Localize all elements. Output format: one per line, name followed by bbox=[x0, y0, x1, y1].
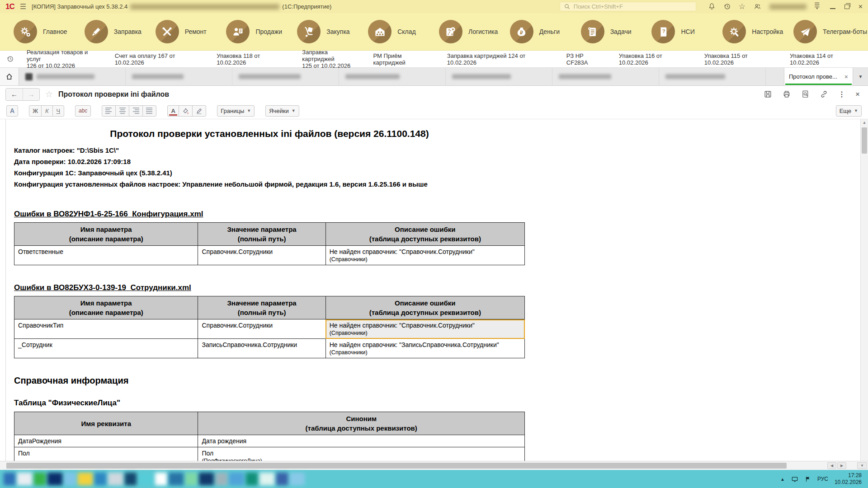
blurred-tab[interactable] bbox=[126, 68, 232, 85]
table-cell[interactable]: Ответственные bbox=[14, 246, 198, 265]
vertical-scroll-thumb[interactable] bbox=[862, 127, 867, 154]
recent-document-link[interactable]: Счет на оплату 167 от 10.02.2026 bbox=[115, 52, 203, 66]
print-preview-icon[interactable] bbox=[801, 90, 810, 99]
favorites-star-icon[interactable]: ☆ bbox=[739, 3, 745, 10]
main-menu-icon[interactable]: ☰ bbox=[20, 2, 26, 11]
recent-document-link[interactable]: РМ Приём картриджей bbox=[373, 52, 434, 66]
ribbon-section-закупка[interactable]: Закупка bbox=[297, 20, 368, 43]
align-left-button[interactable] bbox=[102, 105, 116, 117]
forward-button[interactable]: → bbox=[23, 89, 39, 100]
ribbon-section-ремонт[interactable]: Ремонт bbox=[156, 20, 226, 43]
column-header[interactable]: Имя параметра(описание параметра) bbox=[14, 223, 198, 246]
table-cell[interactable]: ЗаписьСправочника.Сотрудники bbox=[198, 339, 326, 358]
recent-history-icon[interactable] bbox=[6, 55, 14, 63]
ribbon-section-продажи[interactable]: Продажи bbox=[226, 20, 297, 43]
tab-close-icon[interactable]: × bbox=[844, 73, 848, 80]
table-cell[interactable]: Пол bbox=[14, 447, 198, 461]
save-icon[interactable] bbox=[764, 90, 772, 99]
table-cell[interactable]: Не найден справочник: "ЗаписьСправочника… bbox=[326, 339, 524, 358]
column-header[interactable]: Синоним(таблица доступных реквизитов) bbox=[198, 412, 525, 435]
blurred-tab[interactable] bbox=[552, 68, 659, 85]
underline-button[interactable]: Ч bbox=[52, 105, 64, 117]
border-color-pencil-icon[interactable] bbox=[192, 105, 206, 117]
ribbon-section-заправка[interactable]: Заправка bbox=[85, 20, 156, 43]
align-right-button[interactable] bbox=[129, 105, 143, 117]
align-center-button[interactable] bbox=[115, 105, 129, 117]
more-actions-icon[interactable]: ⋮ bbox=[838, 90, 845, 99]
back-button[interactable]: ← bbox=[6, 89, 23, 100]
display-tray-icon[interactable] bbox=[791, 476, 798, 483]
print-icon[interactable] bbox=[782, 90, 791, 99]
column-header[interactable]: Описание ошибки(таблица доступных реквиз… bbox=[326, 296, 524, 319]
table-cell[interactable]: Дата рождения bbox=[198, 435, 525, 447]
tab-list-dropdown[interactable]: ▼ bbox=[853, 68, 868, 85]
ribbon-section-настройка[interactable]: Настройка bbox=[722, 20, 793, 43]
table-cell[interactable]: Не найден справочник: "Справочник.Сотруд… bbox=[326, 319, 524, 339]
recent-document-link[interactable]: Упаковка 116 от 10.02.2026 bbox=[619, 52, 691, 66]
blurred-tab[interactable] bbox=[19, 68, 126, 85]
search-input[interactable]: Поиск Ctrl+Shift+F bbox=[560, 2, 696, 11]
minimize-icon[interactable] bbox=[830, 8, 835, 9]
column-header[interactable]: Значение параметра(полный путь) bbox=[198, 296, 326, 319]
scroll-right-icon[interactable]: ▶ bbox=[837, 462, 846, 469]
cells-dropdown[interactable]: Ячейки▼ bbox=[265, 105, 299, 117]
ribbon-section-нси[interactable]: ?НСИ bbox=[651, 20, 722, 43]
align-justify-button[interactable] bbox=[142, 105, 156, 117]
window-close-icon[interactable]: × bbox=[859, 3, 863, 10]
keyboard-language[interactable]: РУС bbox=[817, 476, 828, 482]
favorite-star-icon[interactable]: ☆ bbox=[45, 90, 53, 99]
horizontal-scroll-thumb[interactable] bbox=[6, 463, 787, 469]
text-case-button[interactable]: abc bbox=[75, 105, 91, 117]
recent-document-link[interactable]: Упаковка 118 от 10.02.2026 bbox=[217, 52, 288, 66]
ribbon-section-деньги[interactable]: ₽Деньги bbox=[510, 20, 581, 43]
blurred-tab[interactable] bbox=[232, 68, 339, 85]
ribbon-section-логистика[interactable]: ABЛогистика bbox=[439, 20, 510, 43]
taskbar-clock[interactable]: 17:28 10.02.2026 bbox=[835, 472, 862, 486]
table-cell[interactable]: _Сотрудник bbox=[14, 339, 198, 358]
column-header[interactable]: Значение параметра(полный путь) bbox=[198, 223, 326, 246]
italic-button[interactable]: К bbox=[41, 105, 53, 117]
blurred-tab[interactable] bbox=[446, 68, 552, 85]
link-icon[interactable] bbox=[820, 90, 828, 99]
table-cell[interactable]: Справочник.Сотрудники bbox=[198, 319, 326, 339]
tab-protocol-active[interactable]: Протокол прове... × bbox=[784, 68, 853, 85]
horizontal-scrollbar[interactable]: ◀ ▶ ▼ bbox=[0, 461, 868, 470]
bold-button[interactable]: Ж bbox=[29, 105, 42, 117]
column-header[interactable]: Описание ошибки(таблица доступных реквиз… bbox=[326, 223, 524, 246]
blurred-tab[interactable] bbox=[659, 68, 766, 85]
recent-document-link[interactable]: Упаковка 115 от 10.02.2026 bbox=[704, 52, 776, 66]
recent-document-link[interactable]: Заправка картриджей 124 от 10.02.2026 bbox=[447, 52, 553, 66]
borders-dropdown[interactable]: Границы▼ bbox=[217, 105, 255, 117]
font-color-button[interactable]: А bbox=[167, 105, 179, 117]
scroll-down-icon[interactable]: ▼ bbox=[857, 462, 867, 469]
service-menu-icon[interactable]: ☰▾ bbox=[814, 3, 820, 10]
table-cell[interactable]: ДатаРождения bbox=[14, 435, 198, 447]
document-close-icon[interactable]: × bbox=[855, 90, 860, 99]
blurred-taskbar-icons[interactable] bbox=[4, 471, 305, 487]
ribbon-section-телеграм-боты[interactable]: Телеграм-боты bbox=[793, 20, 864, 43]
column-header[interactable]: Имя параметра(описание параметра) bbox=[14, 296, 198, 319]
tray-expand-icon[interactable]: ▲ bbox=[780, 477, 785, 482]
scroll-left-icon[interactable]: ◀ bbox=[827, 462, 836, 469]
recent-document-link[interactable]: РЗ HP CF283A bbox=[566, 52, 605, 66]
ribbon-section-задачи[interactable]: Задачи bbox=[581, 20, 652, 43]
recent-document-link[interactable]: Реализация товаров и услуг126 от 10.02.2… bbox=[27, 49, 101, 69]
table-cell[interactable]: Не найден справочник: "Справочник.Сотруд… bbox=[326, 246, 524, 265]
vertical-scrollbar[interactable]: ▲ bbox=[860, 119, 868, 461]
flag-tray-icon[interactable] bbox=[805, 476, 811, 483]
restore-icon[interactable] bbox=[844, 5, 849, 9]
notifications-bell-icon[interactable] bbox=[708, 3, 716, 10]
ribbon-section-главное[interactable]: Главное bbox=[14, 20, 85, 43]
blurred-username[interactable] bbox=[769, 4, 807, 9]
column-header[interactable]: Имя реквизита bbox=[14, 412, 198, 435]
recent-document-link[interactable]: Заправка картриджей125 от 10.02.2026 bbox=[302, 49, 359, 69]
users-icon[interactable] bbox=[753, 3, 762, 10]
recent-document-link[interactable]: Упаковка 114 от 10.02.2026 bbox=[790, 52, 862, 66]
font-button[interactable]: А bbox=[6, 105, 18, 117]
blurred-tab[interactable] bbox=[339, 68, 446, 85]
fill-color-icon[interactable] bbox=[179, 105, 193, 117]
history-icon[interactable] bbox=[723, 3, 731, 10]
ribbon-section-склад[interactable]: Склад bbox=[368, 20, 439, 43]
table-cell[interactable]: Пол(ПолФизическогоЛица) bbox=[198, 447, 525, 461]
scroll-up-icon[interactable]: ▲ bbox=[861, 120, 868, 125]
